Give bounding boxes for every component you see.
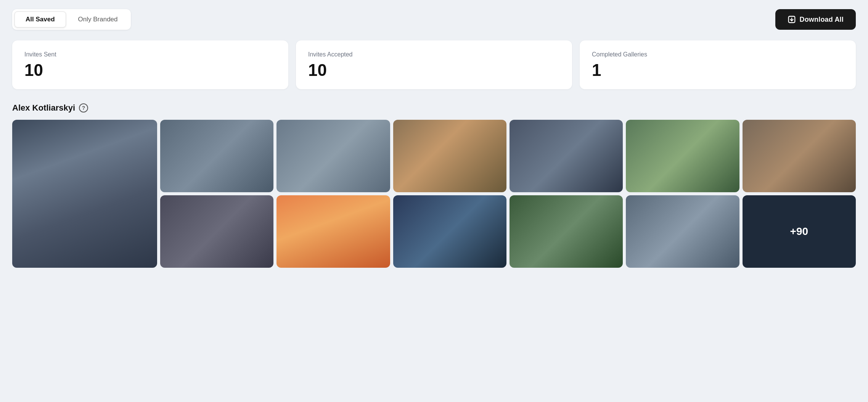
stat-label-invites-sent: Invites Sent <box>24 51 276 58</box>
gallery-item-1[interactable] <box>160 120 273 192</box>
tab-group: All Saved Only Branded <box>12 9 131 30</box>
gallery-grid: +90 <box>12 120 856 268</box>
stat-card-completed-galleries: Completed Galleries 1 <box>580 40 856 89</box>
stat-label-invites-accepted: Invites Accepted <box>308 51 560 58</box>
download-all-button[interactable]: Download All <box>775 9 856 30</box>
tab-all-saved[interactable]: All Saved <box>14 11 66 27</box>
toolbar: All Saved Only Branded Download All <box>12 9 856 30</box>
gallery-item-5[interactable] <box>626 120 739 192</box>
help-icon-label: ? <box>82 105 85 111</box>
stat-card-invites-accepted: Invites Accepted 10 <box>296 40 572 89</box>
gallery-item-6[interactable] <box>743 120 856 192</box>
gallery-section-title: Alex Kotliarskyi <box>12 103 75 113</box>
help-icon[interactable]: ? <box>79 103 88 113</box>
gallery-item-10[interactable] <box>510 195 623 268</box>
gallery-item-main[interactable] <box>12 120 157 268</box>
gallery-item-7[interactable] <box>160 195 273 268</box>
stat-value-completed-galleries: 1 <box>592 62 844 79</box>
section-header: Alex Kotliarskyi ? <box>12 103 856 113</box>
gallery-item-4[interactable] <box>510 120 623 192</box>
stat-card-invites-sent: Invites Sent 10 <box>12 40 288 89</box>
stat-label-completed-galleries: Completed Galleries <box>592 51 844 58</box>
gallery-item-8[interactable] <box>276 195 390 268</box>
gallery-item-3[interactable] <box>393 120 506 192</box>
tab-only-branded[interactable]: Only Branded <box>68 11 129 27</box>
stat-value-invites-sent: 10 <box>24 62 276 79</box>
gallery-item-2[interactable] <box>276 120 390 192</box>
gallery-item-9[interactable] <box>393 195 506 268</box>
download-icon <box>788 15 796 24</box>
stat-value-invites-accepted: 10 <box>308 62 560 79</box>
gallery-item-more[interactable]: +90 <box>743 195 856 268</box>
download-all-label: Download All <box>800 16 844 24</box>
stats-row: Invites Sent 10 Invites Accepted 10 Comp… <box>12 40 856 89</box>
gallery-more-count: +90 <box>790 225 809 238</box>
gallery-item-11[interactable] <box>626 195 739 268</box>
